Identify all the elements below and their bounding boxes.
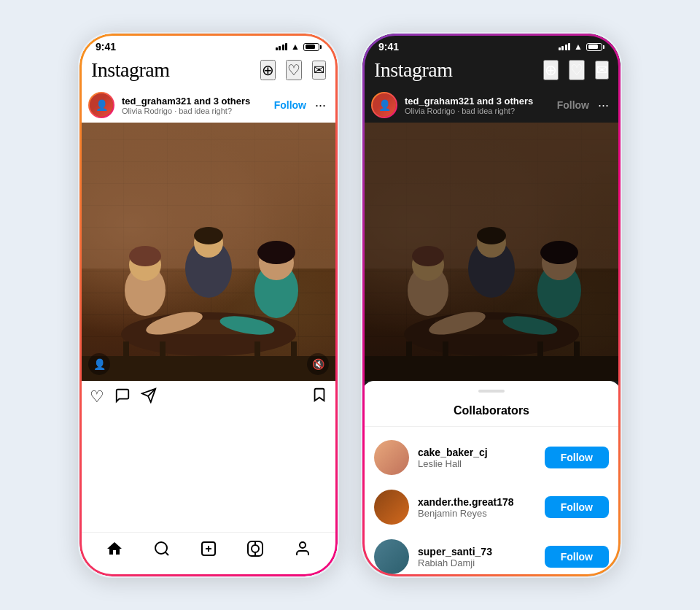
notifications-button-left[interactable]: ♡ (286, 60, 302, 80)
follow-button-right[interactable]: Follow (551, 96, 595, 114)
svg-point-27 (252, 545, 259, 552)
post-info-left: ted_graham321 and 3 others Olivia Rodrig… (122, 96, 268, 115)
status-icons-right: ▲ (559, 42, 604, 52)
status-time-left: 9:41 (96, 41, 116, 53)
post-scene-left (79, 123, 338, 381)
post-actions-left: ♡ (79, 381, 338, 413)
collab-username-2: xander.the.great178 (418, 496, 536, 508)
ig-header-left: Instagram ⊕ ♡ ✉ (79, 55, 338, 88)
collab-info-2: xander.the.great178 Benjamin Reyes (418, 496, 536, 519)
post-username-right: ted_graham321 and 3 others (405, 96, 551, 107)
signal-icon-left (276, 43, 288, 50)
avatar-right[interactable] (371, 92, 397, 118)
more-options-right[interactable]: ··· (595, 99, 612, 112)
ig-header-right: Instagram ⊕ ♡ ✉ (362, 55, 621, 88)
svg-line-22 (165, 552, 168, 555)
collab-info-1: cake_baker_cj Leslie Hall (418, 447, 536, 469)
battery-icon-left (303, 43, 322, 51)
collab-info-3: super_santi_73 Rabiah Damji (418, 546, 536, 568)
collab-name-3: Rabiah Damji (418, 557, 536, 568)
tag-person-icon[interactable]: 👤 (88, 353, 110, 375)
collaborators-sheet: Collaborators cake_baker_cj Leslie Hall … (362, 381, 621, 576)
left-phone: 9:41 ▲ Instagram (77, 31, 340, 579)
instagram-logo-right: Instagram (374, 58, 452, 82)
bottom-nav-left (79, 532, 338, 576)
post-image-left: 👤 🔇 (79, 123, 338, 381)
collab-item-3: super_santi_73 Rabiah Damji Follow (362, 532, 621, 576)
post-subtitle-left: Olivia Rodrigo · bad idea right? (122, 107, 268, 115)
collab-item-1: cake_baker_cj Leslie Hall Follow (362, 433, 621, 482)
bookmark-button-left[interactable] (311, 387, 327, 407)
collab-follow-btn-2[interactable]: Follow (545, 496, 609, 518)
nav-home-left[interactable] (106, 540, 123, 562)
ig-header-icons-right: ⊕ ♡ ✉ (543, 60, 609, 80)
nav-search-left[interactable] (153, 540, 171, 562)
add-post-button-right[interactable]: ⊕ (543, 60, 559, 80)
add-post-button-left[interactable]: ⊕ (260, 60, 276, 80)
notifications-button-right[interactable]: ♡ (569, 60, 585, 80)
collab-follow-btn-3[interactable]: Follow (545, 546, 609, 568)
sheet-handle (478, 390, 505, 393)
wifi-icon-right: ▲ (574, 42, 583, 52)
svg-point-21 (155, 542, 167, 554)
mute-icon[interactable]: 🔇 (307, 353, 329, 375)
action-icons-left: ♡ (90, 387, 311, 406)
collaborators-title: Collaborators (362, 404, 621, 427)
post-username-left: ted_graham321 and 3 others (122, 96, 268, 107)
signal-icon-right (559, 43, 571, 50)
instagram-logo-left: Instagram (91, 58, 169, 82)
status-bar-right: 9:41 ▲ (362, 34, 621, 55)
nav-reels-left[interactable] (246, 540, 264, 562)
post-header-left: ted_graham321 and 3 others Olivia Rodrig… (79, 88, 338, 123)
svg-point-5 (129, 246, 161, 266)
collab-avatar-1[interactable] (374, 440, 409, 475)
post-image-controls: 👤 🔇 (79, 353, 338, 375)
collab-avatar-3[interactable] (374, 539, 409, 574)
collab-follow-btn-1[interactable]: Follow (545, 447, 609, 468)
status-bar-left: 9:41 ▲ (79, 34, 338, 55)
collab-avatar-2[interactable] (374, 490, 409, 525)
post-subtitle-right: Olivia Rodrigo · bad idea right? (405, 107, 551, 115)
post-info-right: ted_graham321 and 3 others Olivia Rodrig… (405, 96, 551, 115)
nav-profile-left[interactable] (294, 540, 311, 562)
collab-username-1: cake_baker_cj (418, 447, 536, 458)
collab-name-1: Leslie Hall (418, 458, 536, 469)
collab-item-2: xander.the.great178 Benjamin Reyes Follo… (362, 482, 621, 532)
like-button-left[interactable]: ♡ (90, 389, 104, 405)
avatar-left[interactable] (88, 92, 114, 118)
status-time-right: 9:41 (378, 41, 399, 53)
nav-add-left[interactable] (200, 540, 217, 562)
more-options-left[interactable]: ··· (312, 99, 329, 112)
ig-header-icons-left: ⊕ ♡ ✉ (260, 60, 326, 80)
right-phone: 9:41 ▲ Instagram (360, 31, 623, 579)
collab-name-2: Benjamin Reyes (418, 508, 536, 519)
messenger-button-left[interactable]: ✉ (312, 61, 326, 80)
comment-button-left[interactable] (114, 387, 131, 406)
messenger-button-right[interactable]: ✉ (595, 61, 609, 80)
svg-point-8 (194, 227, 223, 244)
svg-point-11 (257, 241, 295, 264)
status-icons-left: ▲ (276, 42, 322, 52)
follow-button-left[interactable]: Follow (268, 96, 312, 114)
post-header-right: ted_graham321 and 3 others Olivia Rodrig… (362, 88, 621, 123)
battery-icon-right (586, 43, 604, 51)
wifi-icon-left: ▲ (291, 42, 300, 52)
collab-username-3: super_santi_73 (418, 546, 536, 557)
share-button-left[interactable] (141, 387, 157, 406)
post-image-right (362, 123, 621, 381)
svg-point-30 (300, 542, 306, 548)
